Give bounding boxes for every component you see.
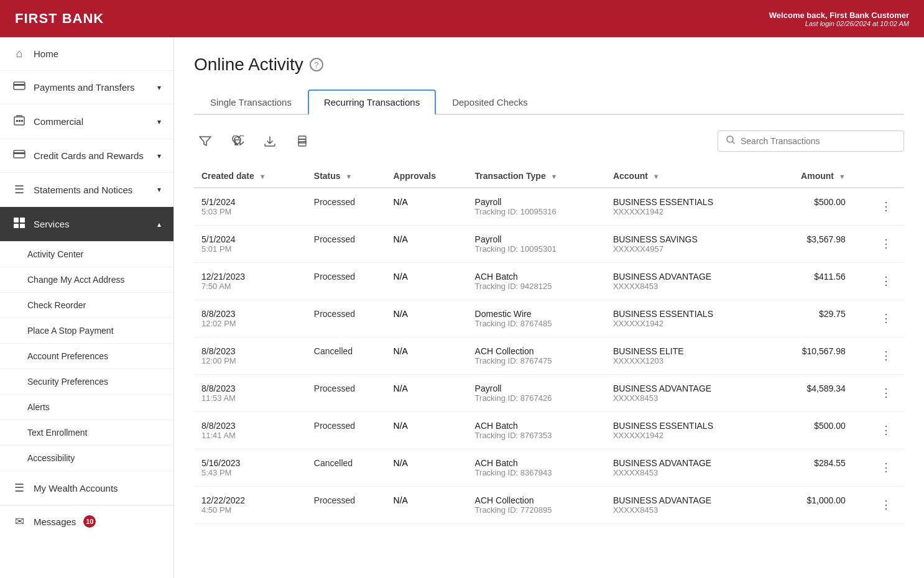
col-status[interactable]: Status ▼ xyxy=(307,165,386,188)
sidebar-item-credit-cards[interactable]: Credit Cards and Rewards ▾ xyxy=(0,139,173,173)
sidebar-subitem-text-enrollment[interactable]: Text Enrollment xyxy=(0,420,173,446)
tracking-id: Tracking ID: 10095301 xyxy=(475,244,598,254)
toolbar xyxy=(194,130,904,152)
svg-point-14 xyxy=(305,140,306,142)
building-icon xyxy=(12,114,26,129)
download-button[interactable] xyxy=(259,130,281,152)
tracking-id: Tracking ID: 8767485 xyxy=(475,319,598,328)
account-number: XXXXXX1942 xyxy=(613,207,761,216)
credit-rewards-icon xyxy=(12,149,26,162)
cell-transaction-type: ACH Collection Tracking ID: 8767475 xyxy=(468,337,606,375)
type-name: Payroll xyxy=(475,383,598,393)
cell-transaction-type: Domestic Wire Tracking ID: 8767485 xyxy=(468,300,606,337)
sidebar-item-commercial[interactable]: Commercial ▾ xyxy=(0,104,173,139)
time-value: 12:02 PM xyxy=(201,319,299,328)
account-number: XXXXX8453 xyxy=(613,393,761,403)
tab-single-transactions[interactable]: Single Transactions xyxy=(194,89,308,115)
tracking-id: Tracking ID: 8367943 xyxy=(475,468,598,477)
svg-rect-10 xyxy=(14,224,19,228)
cell-status: Processed xyxy=(307,300,386,337)
table-row: 8/8/2023 11:41 AM Processed N/A ACH Batc… xyxy=(194,412,904,449)
more-options-button[interactable]: ⋮ xyxy=(875,346,897,365)
col-amount[interactable]: Amount ▼ xyxy=(769,165,853,188)
tab-deposited-checks[interactable]: Deposited Checks xyxy=(436,89,544,115)
account-name: BUSINESS ESSENTIALS xyxy=(613,421,761,431)
account-number: XXXXXX1203 xyxy=(613,356,761,365)
cell-account: BUSINESS ADVANTAGE XXXXX8453 xyxy=(606,375,769,412)
tabs-container: Single Transactions Recurring Transactio… xyxy=(194,89,904,115)
tab-recurring-transactions[interactable]: Recurring Transactions xyxy=(308,89,436,115)
sidebar-item-services[interactable]: Services ▴ xyxy=(0,207,173,242)
credit-card-icon xyxy=(12,81,26,94)
account-number: XXXXXX1942 xyxy=(613,319,761,328)
account-name: BUSINESS ESSENTIALS xyxy=(613,309,761,319)
svg-rect-4 xyxy=(19,120,21,122)
filter-button[interactable] xyxy=(194,130,216,152)
cell-date: 12/21/2023 7:50 AM xyxy=(194,263,307,300)
sidebar-label-home: Home xyxy=(34,48,58,59)
page-title: Online Activity xyxy=(194,55,303,75)
more-options-button[interactable]: ⋮ xyxy=(875,421,897,439)
search-input[interactable] xyxy=(741,136,896,146)
cell-amount: $500.00 xyxy=(769,188,853,226)
type-name: Payroll xyxy=(475,234,598,244)
sort-arrow-status: ▼ xyxy=(346,173,353,180)
sidebar-item-payments[interactable]: Payments and Transfers ▾ xyxy=(0,71,173,104)
type-name: ACH Batch xyxy=(475,272,598,282)
time-value: 11:41 AM xyxy=(201,431,299,440)
cell-transaction-type: ACH Batch Tracking ID: 8767353 xyxy=(468,412,606,449)
accessibility-label: Accessibility xyxy=(27,453,75,463)
sidebar-subitem-accessibility[interactable]: Accessibility xyxy=(0,446,173,471)
cell-transaction-type: ACH Collection Tracking ID: 7720895 xyxy=(468,487,606,524)
list-icon: ☰ xyxy=(12,183,26,196)
transactions-table: Created date ▼ Status ▼ Approvals Transa… xyxy=(194,165,904,524)
svg-rect-12 xyxy=(298,136,306,139)
more-options-button[interactable]: ⋮ xyxy=(875,458,897,477)
sidebar-item-home[interactable]: ⌂ Home xyxy=(0,37,173,71)
favorite-button[interactable] xyxy=(226,130,249,152)
more-options-button[interactable]: ⋮ xyxy=(875,309,897,328)
svg-rect-3 xyxy=(16,120,18,122)
cell-status: Cancelled xyxy=(307,449,386,487)
time-value: 5:03 PM xyxy=(201,207,299,216)
sort-arrow-amount: ▼ xyxy=(839,173,846,180)
more-options-button[interactable]: ⋮ xyxy=(875,197,897,216)
cell-status: Processed xyxy=(307,375,386,412)
more-options-button[interactable]: ⋮ xyxy=(875,495,897,514)
cell-transaction-type: Payroll Tracking ID: 8767426 xyxy=(468,375,606,412)
col-created-date[interactable]: Created date ▼ xyxy=(194,165,307,188)
header-user-info: Welcome back, First Bank Customer Last l… xyxy=(769,11,909,27)
more-options-button[interactable]: ⋮ xyxy=(875,234,897,253)
sidebar-item-messages[interactable]: ✉ Messages 10 xyxy=(0,505,173,537)
sidebar-subitem-check-reorder[interactable]: Check Reorder xyxy=(0,293,173,318)
sidebar-item-statements[interactable]: ☰ Statements and Notices ▾ xyxy=(0,173,173,207)
sidebar-subitem-acct-prefs[interactable]: Account Preferences xyxy=(0,344,173,369)
svg-rect-7 xyxy=(14,152,25,154)
cell-account: BUSINESS SAVINGS XXXXXX4957 xyxy=(606,226,769,263)
table-row: 5/1/2024 5:03 PM Processed N/A Payroll T… xyxy=(194,188,904,226)
more-options-button[interactable]: ⋮ xyxy=(875,272,897,290)
sidebar-subitem-alerts[interactable]: Alerts xyxy=(0,395,173,420)
account-name: BUSINESS ADVANTAGE xyxy=(613,272,761,282)
col-transaction-type[interactable]: Transaction Type ▼ xyxy=(468,165,606,188)
col-account[interactable]: Account ▼ xyxy=(606,165,769,188)
table-row: 8/8/2023 11:53 AM Processed N/A Payroll … xyxy=(194,375,904,412)
sidebar-subitem-change-address[interactable]: Change My Acct Address xyxy=(0,267,173,293)
table-row: 5/16/2023 5:43 PM Cancelled N/A ACH Batc… xyxy=(194,449,904,487)
sidebar-subitem-activity-center[interactable]: Activity Center xyxy=(0,242,173,267)
sidebar-item-wealth[interactable]: ☰ My Wealth Accounts xyxy=(0,471,173,505)
cell-actions: ⋮ xyxy=(853,263,904,300)
sidebar-label-services: Services xyxy=(34,219,70,229)
help-icon[interactable]: ? xyxy=(310,58,323,71)
print-button[interactable] xyxy=(291,130,313,152)
cell-approvals: N/A xyxy=(386,449,468,487)
tracking-id: Tracking ID: 8767475 xyxy=(475,356,598,365)
welcome-message: Welcome back, First Bank Customer xyxy=(769,11,909,20)
cell-account: BUSINESS ADVANTAGE XXXXX8453 xyxy=(606,449,769,487)
messages-label: Messages xyxy=(34,516,76,527)
sidebar-subitem-place-stop[interactable]: Place A Stop Payment xyxy=(0,318,173,344)
search-box[interactable] xyxy=(718,131,904,152)
sidebar-subitem-security-prefs[interactable]: Security Preferences xyxy=(0,369,173,395)
more-options-button[interactable]: ⋮ xyxy=(875,383,897,402)
date-value: 5/1/2024 xyxy=(201,234,299,244)
